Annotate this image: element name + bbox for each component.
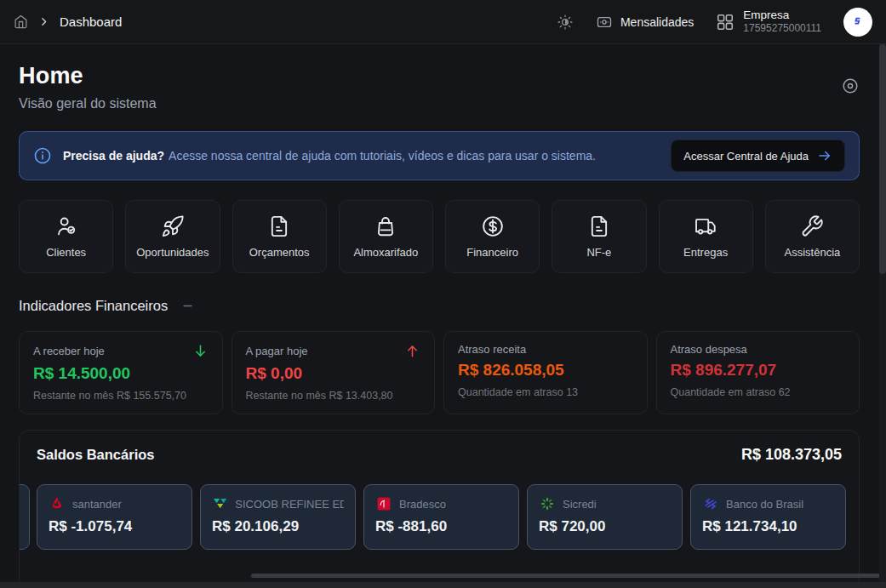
help-banner-text: Acesse nossa central de ajuda com tutori… [169,149,596,163]
quick-card-financeiro[interactable]: Financeiro [445,200,540,273]
eye-icon[interactable] [841,77,860,95]
theme-toggle-icon[interactable] [557,14,574,31]
quick-card-entregas[interactable]: Entregas [659,200,753,273]
company-switcher[interactable]: Empresa 17595275000111 [716,9,821,36]
bank-name: SICOOB REFINEE ED [235,498,344,511]
app-logo-icon [851,15,865,29]
sicredi-logo-icon [539,495,556,512]
banknote-icon [596,14,613,31]
quick-label: Orçamentos [249,246,310,259]
bank-card-sicredi[interactable]: Sicredi R$ 720,00 [527,484,683,550]
file-icon [267,214,291,238]
home-icon[interactable] [14,14,28,29]
bank-value: R$ 720,00 [539,518,671,535]
user-check-icon [54,214,78,238]
wrench-icon [800,214,824,238]
indicator-value: R$ 0,00 [246,364,421,383]
page-subtitle: Visão geral do sistema [19,96,157,111]
bank-card-banco-do-brasil[interactable]: Banco do Brasil R$ 121.734,10 [690,484,846,550]
main-content: Home Visão geral do sistema Precisa de a… [0,44,879,588]
bank-name: Banco do Brasil [726,498,803,511]
banco-do-brasil-logo-icon [702,495,719,512]
indicator-label: Atraso despesa [671,343,747,356]
vertical-scrollbar[interactable] [879,44,886,582]
indicator-card-a-pagar: A pagar hoje R$ 0,00 Restante no mês R$ … [232,331,436,414]
rocket-icon [161,214,185,238]
bank-balances-panel: Saldos Bancários R$ 108.373,05 santander… [19,430,860,588]
indicator-sub: Restante no mês R$ 155.575,70 [33,390,209,402]
indicator-card-atraso-receita: Atraso receita R$ 826.058,05 Quantidade … [443,331,648,414]
help-banner: Precisa de ajuda?Acesse nossa central de… [19,131,860,180]
quick-label: Oportunidades [136,246,209,259]
help-center-button-label: Acessar Central de Ajuda [683,150,809,163]
bank-balances-total: R$ 108.373,05 [741,446,842,464]
bradesco-logo-icon [375,495,392,512]
indicator-label: A receber hoje [33,345,105,357]
topbar: Dashboard Mensalidades Empresa 175952750… [0,0,886,44]
indicator-card-a-receber: A receber hoje R$ 14.500,00 Restante no … [19,331,223,414]
quick-card-oportunidades[interactable]: Oportunidades [125,200,220,273]
quick-card-clientes[interactable]: Clientes [19,200,113,273]
indicator-value: R$ 826.058,05 [458,361,633,380]
info-icon [33,146,52,165]
grid-icon [716,13,735,31]
sicoob-logo-icon [212,495,228,512]
indicator-cards-row: A receber hoje R$ 14.500,00 Restante no … [19,331,860,414]
bank-card-sicoob[interactable]: SICOOB REFINEE ED R$ 20.106,29 [200,484,356,550]
quick-label: Entregas [683,246,728,259]
quick-label: Financeiro [466,246,518,259]
santander-logo-icon [49,495,66,512]
quick-access-row: Clientes Oportunidades Orçamentos Almoxa… [19,200,860,273]
bank-value: R$ -1.075,74 [49,518,180,535]
dollar-circle-icon [481,214,505,238]
quick-label: Almoxarifado [353,246,418,259]
quick-card-orcamentos[interactable]: Orçamentos [232,200,327,273]
arrow-right-icon [817,148,832,163]
collapse-icon[interactable] [181,300,194,312]
breadcrumb: Dashboard [14,14,122,29]
arrow-down-icon [192,343,209,359]
company-cnpj: 17595275000111 [743,22,821,35]
bank-card-santander[interactable]: santander R$ -1.075,74 [37,484,192,550]
arrow-up-icon [404,343,420,359]
bank-name: Bradesco [399,498,446,511]
indicator-value: R$ 14.500,00 [33,364,209,383]
bank-value: R$ -881,60 [375,518,507,535]
indicator-label: Atraso receita [458,343,526,356]
bank-cards-row: santander R$ -1.075,74 SICOOB REFINEE ED… [37,484,842,550]
horizontal-scrollbar-thumb[interactable] [251,574,881,578]
help-center-button[interactable]: Acessar Central de Ajuda [671,140,845,172]
quick-label: NF-e [586,246,611,259]
mensalidades-label: Mensalidades [620,15,694,29]
bank-value: R$ 121.734,10 [702,518,834,535]
quick-label: Clientes [46,246,86,259]
vertical-scrollbar-thumb[interactable] [879,44,886,274]
truck-icon [694,214,717,238]
indicator-sub: Quantidade em atraso 62 [671,386,846,398]
file-icon [587,214,611,238]
bag-icon [374,214,397,238]
bank-card-bradesco[interactable]: Bradesco R$ -881,60 [363,484,519,550]
bank-balances-title: Saldos Bancários [37,447,154,463]
bank-name: Sicredi [563,498,597,511]
quick-label: Assistência [785,246,841,259]
help-banner-bold: Precisa de ajuda? [63,149,164,163]
indicator-value: R$ 896.277,07 [671,361,846,380]
quick-card-almoxarifado[interactable]: Almoxarifado [339,200,433,273]
company-name: Empresa [743,9,821,23]
bank-value: R$ 20.106,29 [212,518,344,535]
bank-name: santander [72,498,122,511]
horizontal-scrollbar-track[interactable] [0,582,886,588]
indicator-card-atraso-despesa: Atraso despesa R$ 896.277,07 Quantidade … [656,331,860,414]
indicators-section-title: Indicadores Financeiros [19,298,168,314]
quick-card-assistencia[interactable]: Assistência [765,200,860,273]
mensalidades-button[interactable]: Mensalidades [596,14,694,31]
chevron-right-icon [38,16,49,27]
quick-card-nfe[interactable]: NF-e [552,200,646,273]
user-avatar[interactable] [843,8,872,37]
bank-card-partial[interactable] [19,484,30,550]
indicator-sub: Restante no mês R$ 13.403,80 [246,390,421,402]
indicator-label: A pagar hoje [246,345,308,357]
indicator-sub: Quantidade em atraso 13 [458,386,633,398]
breadcrumb-current[interactable]: Dashboard [60,14,122,29]
